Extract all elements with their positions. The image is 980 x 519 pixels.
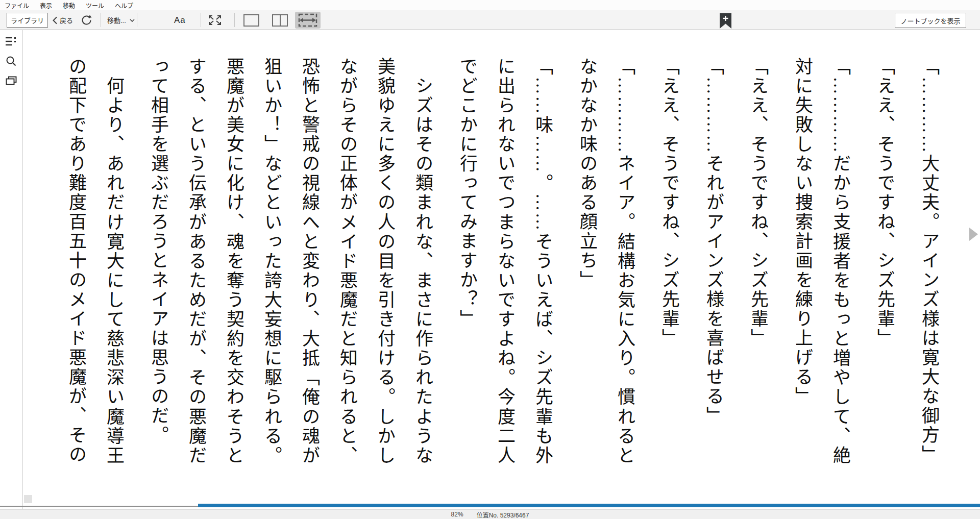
- refresh-button[interactable]: [81, 14, 92, 26]
- menu-file[interactable]: ファイル: [5, 1, 29, 10]
- chevron-left-icon: [53, 16, 57, 24]
- flashcards-button[interactable]: [6, 76, 17, 87]
- toolbar-separator: [201, 13, 201, 27]
- reading-progress-bar[interactable]: [0, 503, 980, 507]
- progress-fill: [198, 504, 980, 507]
- toolbar-separator: [101, 13, 101, 27]
- paragraph: 「……味……。……そういえば、シズ先輩も外に出られないでつまらないですよね。今度…: [448, 57, 561, 465]
- progress-percent: 82%: [451, 511, 463, 518]
- menu-tools[interactable]: ツール: [86, 1, 104, 10]
- goto-dropdown[interactable]: 移動...: [107, 13, 135, 28]
- show-notebook-button[interactable]: ノートブックを表示: [895, 13, 966, 28]
- reading-pane: 「…………大丈夫。アインズ様は寛大な御方」 「ええ、そうですね、シズ先輩」 「……: [23, 30, 980, 503]
- menu-bar: ファイル 表示 移動 ツール ヘルプ: [0, 0, 980, 10]
- back-button[interactable]: 戻る: [53, 13, 73, 28]
- bookmark-add-icon: [720, 13, 731, 29]
- toolbar-separator: [137, 13, 137, 27]
- paragraph: 「…………ネイア。結構お気に入り。慣れるとなかなか味のある顔立ち」: [568, 57, 643, 465]
- double-page-layout-icon[interactable]: [272, 14, 288, 27]
- paragraph: 「…………大丈夫。アインズ様は寛大な御方」: [910, 57, 947, 465]
- table-of-contents-button[interactable]: [6, 37, 17, 48]
- back-label: 戻る: [60, 15, 73, 25]
- flashcards-icon: [6, 76, 17, 86]
- paragraph: 「ええ、そうですね、シズ先輩」: [739, 57, 776, 465]
- paragraph: 何より、あれだけ寛大にして慈悲深い魔導王の配下であり難度百五十のメイド悪魔が、そ…: [57, 57, 132, 465]
- goto-label: 移動...: [107, 15, 126, 25]
- next-page-arrow[interactable]: [969, 228, 978, 241]
- table-of-contents-icon: [6, 37, 17, 46]
- library-button[interactable]: ライブラリ: [7, 13, 48, 28]
- search-button[interactable]: [6, 56, 17, 67]
- fit-width-icon: [298, 13, 317, 27]
- paragraph: シズはその類まれな、まさに作られたような美貌ゆえに多くの人の目を引き付ける。しか…: [139, 57, 441, 465]
- book-text: 「…………大丈夫。アインズ様は寛大な御方」 「ええ、そうですね、シズ先輩」 「……: [50, 57, 947, 465]
- expand-icon: [208, 14, 222, 26]
- font-settings-button[interactable]: Aa: [174, 13, 186, 28]
- location-indicator: 位置No. 5293/6467: [477, 510, 529, 519]
- add-bookmark-button[interactable]: [720, 13, 731, 29]
- progress-track: [0, 506, 198, 507]
- toolbar-separator: [234, 13, 235, 27]
- refresh-icon: [81, 14, 92, 26]
- single-page-layout-icon[interactable]: [243, 14, 259, 27]
- search-icon: [6, 56, 17, 67]
- menu-help[interactable]: ヘルプ: [115, 1, 133, 10]
- scrollbar-button[interactable]: [24, 495, 32, 503]
- side-tool-rail: [0, 30, 23, 509]
- fullscreen-button[interactable]: [208, 14, 222, 26]
- menu-go[interactable]: 移動: [63, 1, 75, 10]
- toolbar: ライブラリ 戻る 移動... Aa: [0, 10, 980, 30]
- paragraph: 「ええ、そうですね、シズ先輩」: [650, 57, 688, 465]
- paragraph: 「…………それがアインズ様を喜ばせる」: [694, 57, 732, 465]
- fit-width-layout-icon-selected[interactable]: [295, 12, 321, 29]
- status-bar: 82% 位置No. 5293/6467: [0, 509, 980, 519]
- paragraph: 「…………だから支援者をもっと増やして、絶対に失敗しない捜索計画を練り上げる」: [783, 57, 859, 465]
- chevron-down-icon: [130, 19, 135, 22]
- ereader-window: ファイル 表示 移動 ツール ヘルプ ライブラリ 戻る 移動...: [0, 0, 980, 519]
- menu-view[interactable]: 表示: [40, 1, 52, 10]
- paragraph: 「ええ、そうですね、シズ先輩」: [865, 57, 903, 465]
